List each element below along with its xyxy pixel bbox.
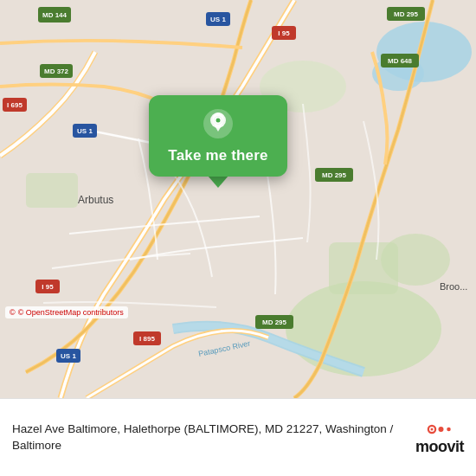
svg-text:I 95: I 95 (278, 29, 290, 37)
osm-credit: © © OpenStreetMap contributors (5, 306, 128, 318)
svg-point-45 (438, 427, 443, 432)
svg-text:Broo...: Broo... (440, 281, 467, 292)
svg-text:MD 295: MD 295 (322, 171, 347, 179)
svg-text:MD 372: MD 372 (44, 68, 69, 75)
svg-text:I 895: I 895 (139, 335, 155, 343)
svg-text:US 1: US 1 (61, 352, 76, 360)
svg-text:I 95: I 95 (42, 283, 54, 291)
svg-text:I 695: I 695 (7, 101, 23, 109)
location-pin-icon (202, 107, 235, 140)
map-popup: Take me there (132, 95, 305, 188)
svg-text:MD 295: MD 295 (394, 10, 419, 18)
svg-point-46 (447, 427, 451, 431)
svg-text:US 1: US 1 (210, 16, 226, 23)
svg-text:US 1: US 1 (77, 127, 93, 135)
svg-point-44 (430, 428, 433, 430)
take-me-there-button[interactable]: Take me there (149, 95, 286, 177)
svg-point-1 (286, 281, 441, 376)
popup-label: Take me there (168, 147, 267, 164)
moovit-brand-text: moovit (415, 439, 464, 454)
svg-rect-3 (26, 173, 78, 208)
svg-text:Arbutus: Arbutus (78, 194, 113, 206)
moovit-logo: moovit (415, 421, 464, 454)
svg-text:MD 144: MD 144 (42, 11, 68, 19)
svg-text:MD 648: MD 648 (388, 57, 413, 65)
svg-text:MD 295: MD 295 (262, 318, 287, 326)
bottom-bar: Hazel Ave Baltimore, Halethorpe (BALTIMO… (0, 398, 476, 476)
svg-point-41 (215, 119, 220, 123)
address-text: Hazel Ave Baltimore, Halethorpe (BALTIMO… (12, 421, 407, 454)
moovit-icon (427, 421, 453, 437)
map-container: MD 144 US 1 I 95 MD 295 MD 648 MD 372 US… (0, 0, 476, 398)
svg-rect-5 (329, 242, 398, 294)
